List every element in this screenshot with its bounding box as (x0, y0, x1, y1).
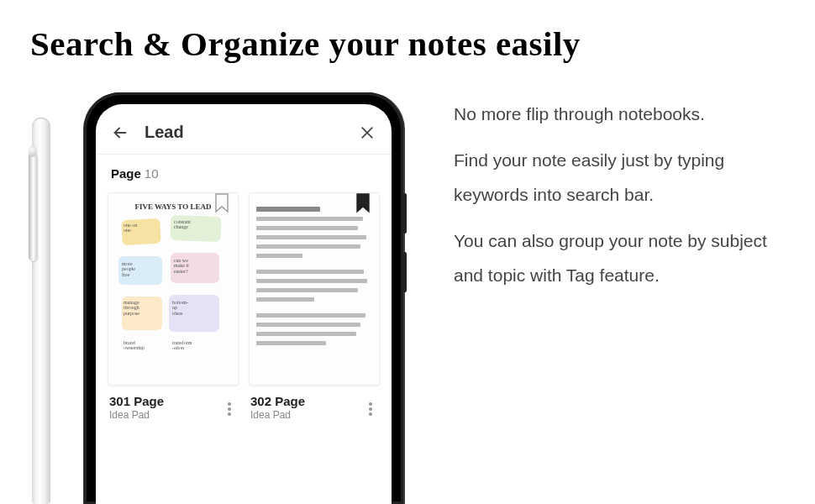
copy-paragraph: No more flip through notebooks. (454, 97, 790, 132)
copy-paragraph: You can also group your note by subject … (454, 224, 790, 293)
more-icon[interactable] (363, 397, 378, 418)
note-thumbnail (249, 192, 380, 386)
note-thumbnail: FIVE WAYS TO LEAD one onone constantchan… (108, 192, 239, 386)
result-count: Page10 (96, 155, 392, 187)
result-title: 301 Page (109, 394, 222, 408)
result-title: 302 Page (250, 394, 363, 408)
app-screen: Lead Page10 FIVE WAYS TO LEAD (96, 104, 392, 504)
phone-mockup: Lead Page10 FIVE WAYS TO LEAD (84, 92, 403, 504)
result-subtitle: Idea Pad (250, 409, 363, 421)
result-count-label: Page (111, 166, 141, 181)
result-card[interactable]: FIVE WAYS TO LEAD one onone constantchan… (108, 192, 239, 504)
search-input[interactable]: Lead (145, 123, 343, 142)
bookmark-icon[interactable] (214, 193, 229, 213)
bookmark-icon[interactable] (355, 193, 371, 213)
result-subtitle: Idea Pad (109, 409, 222, 421)
result-count-value: 10 (145, 166, 159, 181)
result-card[interactable]: 302 Page Idea Pad (249, 192, 380, 504)
search-bar: Lead (96, 104, 392, 155)
stylus-pen-image (30, 118, 52, 504)
marketing-copy: No more flip through notebooks. Find you… (454, 97, 790, 305)
note-text-preview (256, 207, 372, 345)
more-icon[interactable] (222, 397, 237, 418)
back-icon[interactable] (111, 123, 129, 142)
copy-paragraph: Find your note easily just by typing key… (454, 144, 790, 213)
search-results: FIVE WAYS TO LEAD one onone constantchan… (96, 187, 392, 504)
note-sketch: one onone constantchange morepeoplefree … (115, 216, 231, 367)
page-title: Search & Organize your notes easily (0, 0, 815, 64)
close-icon[interactable] (358, 123, 376, 142)
